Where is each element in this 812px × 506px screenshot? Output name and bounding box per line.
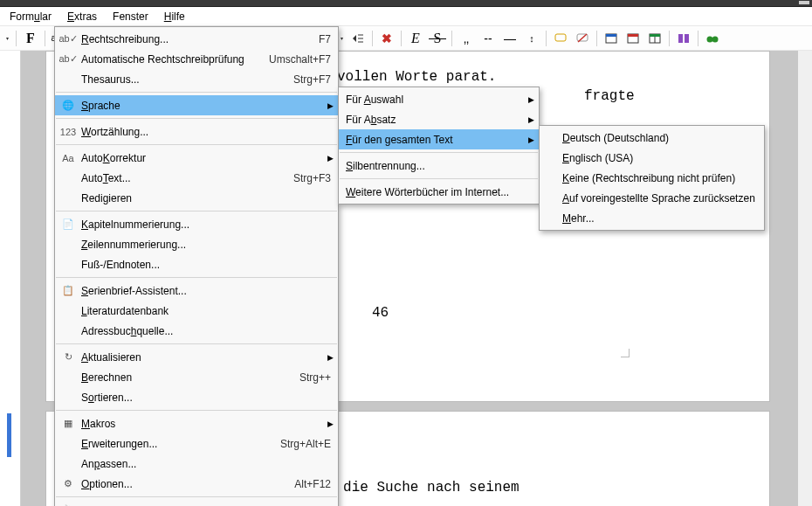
binoculars-icon[interactable] xyxy=(702,28,723,49)
menu-item-label: Sprache xyxy=(78,100,322,112)
menu-item-label: Für Auswahl xyxy=(342,94,523,106)
ab✓-icon: ab✓ xyxy=(58,52,78,67)
svg-rect-17 xyxy=(685,34,689,43)
menu-item-label: Silbentrennung... xyxy=(342,160,532,172)
bold-button[interactable]: F xyxy=(20,28,41,49)
menu-item[interactable]: ab✓Rechtschreibung...F7 xyxy=(55,29,338,49)
menu-item[interactable]: AaAutoKorrektur▶ xyxy=(55,148,338,168)
style-dropdown[interactable]: ▾ xyxy=(2,28,12,49)
svg-point-18 xyxy=(707,36,713,42)
menu-item[interactable]: AutoText...Strg+F3 xyxy=(55,168,338,188)
menubar-item-extras[interactable]: Extras xyxy=(59,8,105,25)
submenu-arrow-icon: ▶ xyxy=(523,135,532,144)
menu-item-accelerator: Strg++ xyxy=(299,371,331,384)
blank-icon xyxy=(58,370,78,385)
menu-item-label: Sortieren... xyxy=(78,392,331,404)
menu-item-label: Rechtschreibung... xyxy=(78,33,319,45)
body-text: fragte xyxy=(584,88,635,104)
blank-icon xyxy=(58,72,78,87)
menu-item[interactable]: Auf voreingestellte Sprache zurücksetzen xyxy=(540,188,764,208)
vertical-scrollbar[interactable] xyxy=(798,51,812,506)
menu-item[interactable]: ▦Makros▶ xyxy=(55,413,338,433)
menu-item[interactable]: Literaturdatenbank xyxy=(55,301,338,321)
menu-item-label: Fuß-/Endnoten... xyxy=(78,259,331,271)
Aa-icon: Aa xyxy=(58,150,78,166)
menu-item[interactable]: Anpassen... xyxy=(55,454,338,474)
comment-icon[interactable] xyxy=(550,28,571,49)
menu-item-label: Anpassen... xyxy=(78,458,331,470)
delete-icon[interactable]: ✖ xyxy=(376,28,397,49)
swap-icon[interactable]: ↕ xyxy=(521,28,542,49)
menu-item[interactable]: Für Auswahl▶ xyxy=(339,89,539,109)
menu-item-label: Literaturdatenbank xyxy=(78,305,331,317)
menu-item[interactable]: Sortieren... xyxy=(55,387,338,407)
menu-item[interactable]: Silbentrennung... xyxy=(339,156,539,176)
blank-icon xyxy=(58,191,78,206)
menubar-item-hilfe[interactable]: Hilfe xyxy=(156,8,193,25)
dash-icon[interactable]: — xyxy=(499,28,520,49)
language-submenu: Für Auswahl▶Für Absatz▶Für den gesamten … xyxy=(338,87,540,204)
blank-icon xyxy=(58,257,78,273)
menu-item[interactable]: ↻Aktualisieren▶ xyxy=(55,347,338,367)
menu-item[interactable]: 🔌Plug-ins▶ xyxy=(55,500,338,506)
italic-icon[interactable]: E xyxy=(405,28,426,49)
menu-item[interactable]: Fuß-/Endnoten... xyxy=(55,254,338,274)
🔌-icon: 🔌 xyxy=(58,503,78,507)
submenu-arrow-icon: ▶ xyxy=(523,115,532,124)
window3-icon[interactable] xyxy=(644,28,665,49)
menu-item-label: Deutsch (Deutschland) xyxy=(562,132,757,144)
indent-left-icon[interactable] xyxy=(348,28,368,49)
submenu-arrow-icon: ▶ xyxy=(322,353,331,362)
strike-icon[interactable]: S xyxy=(427,28,448,49)
minus-icon[interactable]: -- xyxy=(478,28,499,49)
📋-icon: 📋 xyxy=(58,283,78,299)
menu-item[interactable]: BerechnenStrg++ xyxy=(55,367,338,387)
body-text: vollen Worte parat. xyxy=(337,69,496,85)
submenu-arrow-icon: ▶ xyxy=(523,95,532,104)
menu-item-label: Optionen... xyxy=(78,478,294,490)
menu-item-accelerator: Alt+F12 xyxy=(294,478,331,490)
menu-item-label: Wortzählung... xyxy=(78,126,331,138)
titlebar xyxy=(0,0,812,7)
menubar: FormularExtrasFensterHilfe xyxy=(0,7,812,26)
menu-item[interactable]: Für den gesamten Text▶ xyxy=(339,129,539,149)
menu-item-label: Makros xyxy=(78,418,322,430)
page-number: 46 xyxy=(372,305,389,321)
menu-item-accelerator: Umschalt+F7 xyxy=(269,53,331,66)
menu-item[interactable]: Weitere Wörterbücher im Internet... xyxy=(339,182,539,202)
menu-item[interactable]: ⚙Optionen...Alt+F12 xyxy=(55,474,338,494)
menu-item[interactable]: Für Absatz▶ xyxy=(339,109,539,129)
menu-item[interactable]: Thesaurus...Strg+F7 xyxy=(55,69,338,89)
split-icon[interactable] xyxy=(673,28,694,49)
menu-item[interactable]: Keine (Rechtschreibung nicht prüfen) xyxy=(540,168,764,188)
menu-item-label: Weitere Wörterbücher im Internet... xyxy=(342,186,532,198)
menu-item-accelerator: F7 xyxy=(319,33,331,45)
menu-item[interactable]: ab✓Automatische RechtschreibprüfungUmsch… xyxy=(55,49,338,69)
blank-icon xyxy=(58,436,78,452)
menu-item[interactable]: 📋Serienbrief-Assistent... xyxy=(55,281,338,301)
menu-item-label: Erweiterungen... xyxy=(78,438,280,450)
window1-icon[interactable] xyxy=(601,28,622,49)
menu-item[interactable]: Mehr... xyxy=(540,208,764,228)
menu-item[interactable]: 🌐Sprache▶ xyxy=(55,95,338,115)
menu-item[interactable]: 123Wortzählung... xyxy=(55,121,338,142)
menubar-item-fenster[interactable]: Fenster xyxy=(105,8,156,25)
menu-item-label: Zeilennummerierung... xyxy=(78,239,331,251)
menu-item-label: Für Absatz xyxy=(342,114,523,126)
menu-item[interactable]: Redigieren xyxy=(55,188,338,208)
window2-icon[interactable] xyxy=(623,28,643,49)
menu-item[interactable]: Deutsch (Deutschland) xyxy=(540,128,764,148)
menu-item-label: Automatische Rechtschreibprüfung xyxy=(78,53,269,66)
menu-item[interactable]: 📄Kapitelnummerierung... xyxy=(55,214,338,234)
svg-rect-12 xyxy=(628,34,638,37)
menu-item[interactable]: Englisch (USA) xyxy=(540,148,764,168)
menu-item[interactable]: Adressbuchquelle... xyxy=(55,321,338,341)
menu-item[interactable]: Erweiterungen...Strg+Alt+E xyxy=(55,433,338,454)
menu-item-accelerator: Strg+F3 xyxy=(293,172,331,184)
low-quote-icon[interactable]: ‚‚ xyxy=(456,28,477,49)
menu-item[interactable]: Zeilennummerierung... xyxy=(55,234,338,254)
blank-icon xyxy=(58,323,78,339)
menubar-item-formular[interactable]: Formular xyxy=(2,8,59,25)
no-comment-icon[interactable] xyxy=(572,28,593,49)
📄-icon: 📄 xyxy=(58,217,78,232)
